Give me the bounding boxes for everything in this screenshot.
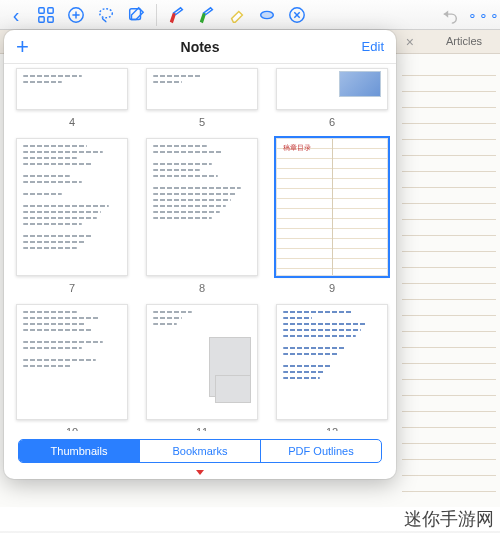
page-thumbnail[interactable]: [16, 138, 128, 276]
page-number: 9: [329, 282, 335, 294]
page-heading: 稿章目录: [283, 143, 311, 153]
page-thumbnail[interactable]: [16, 304, 128, 420]
close-tab-icon[interactable]: ×: [406, 34, 414, 50]
page-thumbnail[interactable]: [146, 68, 258, 110]
svg-point-5: [100, 8, 113, 17]
popover-header: + Notes Edit: [4, 30, 396, 64]
four-squares-icon[interactable]: [36, 5, 56, 25]
page-thumbnail[interactable]: [16, 68, 128, 110]
add-circle-icon[interactable]: [66, 5, 86, 25]
eraser-icon[interactable]: [227, 5, 247, 25]
pen-red-icon[interactable]: [167, 5, 187, 25]
image-placeholder: [215, 375, 251, 403]
lasso-icon[interactable]: [96, 5, 116, 25]
segment-thumbnails[interactable]: Thumbnails: [19, 440, 140, 462]
toolbar-left-group: ‹: [6, 5, 146, 25]
page-number: 5: [199, 116, 205, 128]
svg-rect-3: [48, 16, 53, 21]
svg-rect-0: [39, 7, 44, 12]
more-icon[interactable]: ∘∘∘: [474, 5, 494, 25]
watermark-text: 迷你手游网: [0, 507, 500, 531]
edit-button[interactable]: Edit: [362, 39, 384, 54]
add-page-button[interactable]: +: [16, 34, 29, 60]
svg-rect-2: [39, 16, 44, 21]
popover-title: Notes: [4, 39, 396, 55]
top-toolbar: ‹ ∘∘∘: [0, 0, 500, 30]
arrow-down-icon: [18, 461, 382, 469]
pen-green-icon[interactable]: [197, 5, 217, 25]
svg-point-7: [261, 11, 274, 18]
toolbar-tools-group: [167, 5, 307, 25]
shape-oval-icon[interactable]: [257, 5, 277, 25]
toolbar-separator: [156, 4, 157, 26]
page-number: 6: [329, 116, 335, 128]
page-thumbnail[interactable]: [146, 304, 258, 420]
segment-pdf-outlines[interactable]: PDF Outlines: [261, 440, 381, 462]
compose-icon[interactable]: [126, 5, 146, 25]
page-number: 8: [199, 282, 205, 294]
tab-label[interactable]: Articles: [446, 35, 482, 47]
view-segmented-control: Thumbnails Bookmarks PDF Outlines: [18, 439, 382, 463]
thumbnail-grid[interactable]: 4 5 6: [4, 64, 396, 431]
image-placeholder: [339, 71, 381, 97]
undo-solid-icon[interactable]: [440, 5, 460, 25]
page-thumbnail-selected[interactable]: 稿章目录: [276, 138, 388, 276]
thumbnails-popover: + Notes Edit 4 5 6: [4, 30, 396, 479]
toolbar-right-group: ∘∘∘: [440, 5, 494, 25]
back-button[interactable]: ‹: [6, 5, 26, 25]
page-thumbnail[interactable]: [276, 304, 388, 420]
svg-rect-1: [48, 7, 53, 12]
page-thumbnail[interactable]: [276, 68, 388, 110]
page-thumbnail[interactable]: [146, 138, 258, 276]
ruled-divider: [332, 139, 333, 275]
close-circle-icon[interactable]: [287, 5, 307, 25]
segment-bookmarks[interactable]: Bookmarks: [140, 440, 261, 462]
page-number: 4: [69, 116, 75, 128]
page-number: 7: [69, 282, 75, 294]
segmented-control-wrap: Thumbnails Bookmarks PDF Outlines: [4, 431, 396, 479]
